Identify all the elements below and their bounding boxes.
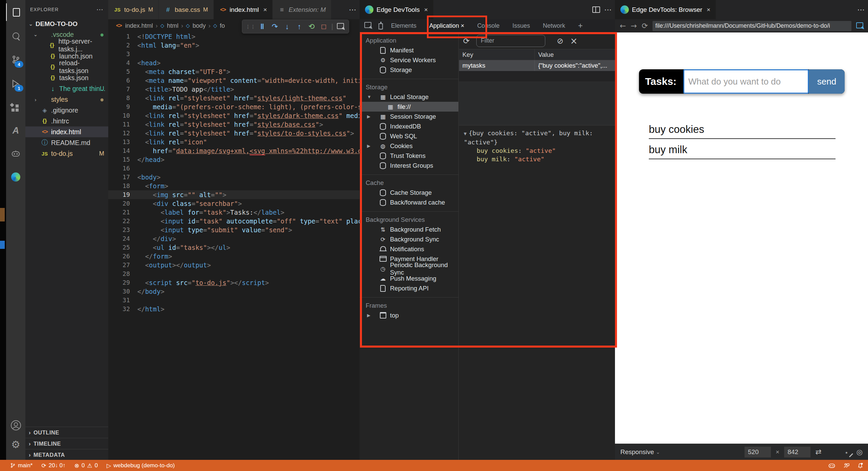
code-line-27[interactable]: 27 <output></output> [108, 261, 360, 269]
code-line-17[interactable]: 17<body> [108, 173, 360, 182]
code-line-5[interactable]: 5 <meta charset="UTF-8"> [108, 67, 360, 76]
clear-all-icon[interactable]: ⊘ [557, 37, 563, 45]
file-item-http-server-tasks-j-[interactable]: {}http-server-tasks.j... [25, 40, 108, 51]
source-control-icon[interactable]: 4 [6, 51, 25, 68]
caret-down-icon[interactable]: ▼ [464, 131, 466, 136]
tree-item-service-workers[interactable]: ⚙Service Workers [360, 55, 458, 65]
screencast-icon[interactable]: ◎ [856, 448, 863, 456]
key-column-header[interactable]: Key [459, 49, 535, 60]
expander-closed-icon[interactable]: ▶ [367, 313, 372, 318]
code-line-32[interactable]: 32</html> [108, 305, 360, 313]
code-line-23[interactable]: 23 <input type="submit" value="send"> [108, 226, 360, 234]
code-line-22[interactable]: 22 <input id="task" autocomplete="off" t… [108, 217, 360, 226]
delete-icon[interactable]: × [570, 36, 578, 46]
step-out-icon[interactable]: ↑ [295, 22, 304, 31]
tabbar-more-icon[interactable]: ⋯ [349, 0, 356, 19]
account-icon[interactable] [6, 417, 25, 434]
code-line-13[interactable]: 13 <link rel="icon" [108, 138, 360, 146]
pause-icon[interactable]: ‖ [258, 22, 267, 31]
sidebar-section-outline[interactable]: ›OUTLINE [25, 427, 108, 438]
code-line-2[interactable]: 2<html lang="en"> [108, 41, 360, 50]
code-line-10[interactable]: 10 <link rel="stylesheet" href="styles/d… [108, 111, 360, 120]
extensions-icon[interactable] [6, 98, 25, 116]
editor-tab-extension-m[interactable]: ≡Extension: M [273, 0, 332, 19]
split-editor-icon[interactable] [592, 0, 600, 19]
editor-tab-base-css[interactable]: #base.cssM [159, 0, 213, 19]
tree-item-web-sql[interactable]: Web SQL [360, 131, 458, 141]
editor-tab-index-html[interactable]: <>index.html× [214, 0, 273, 19]
feedback-icon[interactable] [843, 463, 850, 469]
tree-item-back-forward-cache[interactable]: Back/forward cache [360, 197, 458, 207]
browser-more-icon[interactable]: ⋯ [857, 0, 865, 19]
step-into-icon[interactable]: ↓ [282, 22, 292, 31]
tree-item-local-storage[interactable]: ▼▦Local Storage [360, 92, 458, 102]
azure-icon[interactable]: A [6, 122, 25, 139]
breadcrumb-item[interactable]: html [167, 22, 179, 29]
code-line-7[interactable]: 7 <title>TODO app</title> [108, 85, 360, 94]
tree-item-manifest[interactable]: Manifest [360, 45, 458, 55]
code-line-29[interactable]: 29 <script src="to-do.js"></script> [108, 278, 360, 287]
forward-icon[interactable]: → [631, 22, 637, 30]
task-list-item[interactable]: buy milk [649, 139, 836, 159]
code-line-15[interactable]: 15</head> [108, 155, 360, 164]
tree-item-push-messaging[interactable]: ☁Push Messaging [360, 274, 458, 283]
restart-icon[interactable]: ⟲ [307, 22, 316, 31]
sidebar-section-metadata[interactable]: ›METADATA [25, 449, 108, 460]
preview-summary-row[interactable]: ▼{buy cookies: "active", buy milk: "acti… [464, 129, 615, 146]
task-list-item[interactable]: buy cookies [649, 119, 836, 139]
code-line-21[interactable]: 21 <label for="task">Tasks:</label> [108, 208, 360, 217]
inspect-page-icon[interactable] [856, 22, 863, 30]
code-line-28[interactable]: 28 [108, 269, 360, 278]
code-line-20[interactable]: 20 <div class="searchbar"> [108, 199, 360, 208]
code-line-19[interactable]: 19 <img src="" alt=""> [108, 190, 360, 199]
notifications-bell-icon[interactable] [857, 463, 863, 469]
tab-edge-devtools[interactable]: Edge DevTools × [360, 0, 434, 19]
code-line-9[interactable]: 9 media="(prefers-color-scheme: light), … [108, 102, 360, 111]
close-icon[interactable]: × [263, 6, 267, 14]
tree-item-top[interactable]: ▶top [360, 310, 458, 320]
code-line-6[interactable]: 6 <meta name="viewport" content="width=d… [108, 76, 360, 85]
step-over-icon[interactable]: ↷ [270, 22, 279, 31]
back-icon[interactable]: ← [620, 22, 626, 30]
tree-item-trust-tokens[interactable]: Trust Tokens [360, 151, 458, 161]
copilot-icon[interactable] [828, 463, 836, 468]
tree-item-file-[interactable]: ▦file:// [360, 102, 458, 112]
run-debug-icon[interactable]: 1 [6, 75, 25, 92]
file-item-reload-tasks-json[interactable]: {}reload-tasks.json [25, 62, 108, 72]
project-root-row[interactable]: ⌄ DEMO-TO-DO [25, 19, 108, 29]
tab-edge-browser[interactable]: Edge DevTools: Browser × [615, 0, 716, 19]
devtools-tab-console[interactable]: Console [477, 22, 500, 30]
reload-icon[interactable]: ⟳ [642, 22, 648, 30]
refresh-icon[interactable]: ⟳ [463, 37, 470, 45]
code-line-4[interactable]: 4<head> [108, 58, 360, 67]
copilot-robot-icon[interactable] [6, 145, 25, 162]
inspect-cursor-icon[interactable] [336, 22, 345, 31]
devtools-tab-+[interactable]: + [577, 20, 584, 31]
code-line-18[interactable]: 18 <form> [108, 182, 360, 190]
sync-item[interactable]: ⟳ 20↓ 0↑ [41, 462, 65, 469]
file-item-tasks-json[interactable]: {}tasks.json [25, 72, 108, 83]
send-button[interactable]: send [809, 69, 845, 94]
devtools-tab-elements[interactable]: Elements [390, 22, 417, 30]
devtools-tab-issues[interactable]: Issues [512, 22, 531, 30]
drag-handle-icon[interactable]: ⋮⋮ [246, 26, 255, 28]
device-emulation-icon[interactable] [380, 22, 382, 29]
url-bar[interactable]: file:///Users/chrisheilmann/Documents/Gi… [653, 21, 851, 31]
code-line-31[interactable]: 31 [108, 296, 360, 305]
expander-closed-icon[interactable]: ▶ [367, 114, 372, 119]
task-input[interactable] [683, 69, 809, 94]
code-line-30[interactable]: 30</body> [108, 287, 360, 296]
code-line-8[interactable]: 8 <link rel="stylesheet" href="styles/li… [108, 94, 360, 102]
tree-item-interest-groups[interactable]: Interest Groups [360, 161, 458, 170]
file-item--gitignore[interactable]: ◈.gitignore [25, 105, 108, 116]
expander-closed-icon[interactable]: ▶ [367, 143, 372, 148]
search-icon[interactable] [6, 27, 25, 45]
tree-item-background-sync[interactable]: ⟳Background Sync [360, 234, 458, 244]
file-item-styles[interactable]: ›styles [25, 94, 108, 105]
value-column-header[interactable]: Value [535, 49, 615, 60]
tree-item-reporting-api[interactable]: Reporting API [360, 283, 458, 293]
tree-item-session-storage[interactable]: ▶▦Session Storage [360, 112, 458, 121]
edge-tools-icon[interactable] [6, 168, 25, 186]
close-icon[interactable]: × [424, 6, 428, 14]
sidebar-section-timeline[interactable]: ›TIMELINE [25, 438, 108, 449]
